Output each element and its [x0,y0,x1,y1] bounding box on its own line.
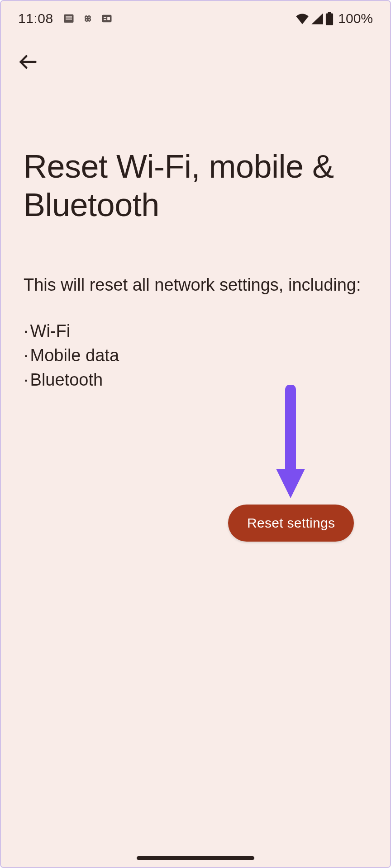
back-button[interactable] [15,50,41,75]
list-item: Bluetooth [24,368,367,392]
bullet-label: Bluetooth [30,370,103,389]
pinwheel-icon [81,12,94,25]
arrow-back-icon [18,52,38,73]
svg-rect-6 [107,17,110,20]
bullet-list: Wi-Fi Mobile data Bluetooth [24,319,367,392]
list-item: Wi-Fi [24,319,367,344]
status-bar: 11:08 100% [1,1,390,36]
main-content: Reset Wi-Fi, mobile & Bluetooth This wil… [1,75,390,392]
news-icon [100,12,113,25]
message-icon [62,12,75,25]
list-item: Mobile data [24,344,367,368]
svg-rect-1 [66,16,72,17]
svg-rect-5 [104,19,106,20]
svg-rect-8 [328,12,331,14]
device-frame: 11:08 100% [0,0,391,868]
description-text: This will reset all network settings, in… [24,273,367,297]
wifi-icon [296,13,309,24]
status-bar-right: 100% [296,11,373,26]
page-title: Reset Wi-Fi, mobile & Bluetooth [24,147,367,224]
nav-handle[interactable] [137,856,254,860]
bullet-label: Wi-Fi [30,321,71,340]
cellular-signal-icon [311,13,324,24]
reset-settings-button[interactable]: Reset settings [228,505,354,542]
svg-rect-3 [102,15,111,22]
bullet-label: Mobile data [30,346,119,365]
app-bar [1,36,390,75]
battery-icon [325,12,334,25]
svg-rect-4 [104,17,106,18]
status-time: 11:08 [18,11,53,26]
svg-rect-7 [326,13,333,25]
battery-percentage: 100% [338,11,373,26]
svg-rect-2 [66,19,72,19]
status-bar-left: 11:08 [18,11,113,26]
status-notification-icons [62,12,113,25]
svg-marker-11 [276,469,305,498]
annotation-arrow [272,385,309,505]
